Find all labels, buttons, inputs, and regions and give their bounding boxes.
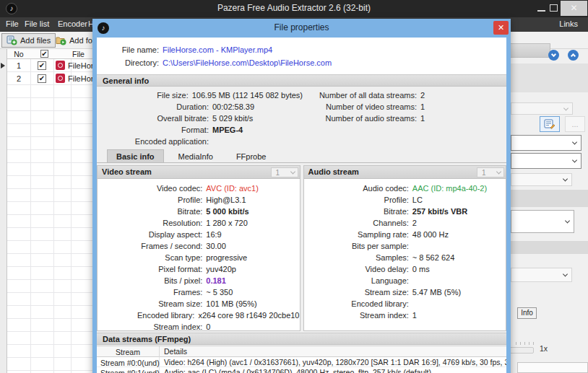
- row-indicator-column: [0, 49, 7, 373]
- section-divider-band: [511, 190, 588, 207]
- channels-combobox[interactable]: [511, 268, 572, 282]
- menu-item-encoder[interactable]: Encoder: [58, 19, 87, 28]
- column-header-no[interactable]: No: [7, 50, 30, 58]
- video-property-row: Frames:~ 5 350: [98, 286, 300, 298]
- option-combobox[interactable]: [511, 173, 572, 186]
- field-value: 1: [412, 311, 417, 320]
- field-label: Stream index:: [98, 322, 202, 331]
- data-stream-row[interactable]: Stream #0:0(und)Video: h264 (High) (avc1…: [97, 357, 506, 367]
- data-streams-header: Data streams (FFmpeg): [97, 333, 506, 345]
- general-info-row: Format:MPEG-4: [97, 124, 303, 136]
- field-value: 101 MB (95%): [206, 299, 256, 308]
- encoder-combobox[interactable]: [511, 135, 581, 151]
- general-info-row: Number of audio streams:1: [303, 113, 506, 124]
- add-folder-icon: [56, 35, 66, 45]
- video-property-row: Encoded library:x264 core 98 r1649 20cbe…: [98, 310, 300, 321]
- chevron-down-icon: [565, 218, 570, 223]
- select-all-checkbox[interactable]: ✔: [40, 50, 48, 58]
- video-property-row: Video codec:AVC (ID: avc1): [98, 183, 300, 194]
- field-value: High@L3.1: [206, 196, 246, 204]
- tab-ffprobe[interactable]: FFprobe: [228, 150, 275, 162]
- maximize-button[interactable]: [550, 4, 558, 12]
- output-format-combobox-disabled[interactable]: [511, 102, 573, 115]
- column-header-file[interactable]: File: [72, 50, 85, 58]
- right-panel-band: [511, 63, 588, 92]
- browse-dots-button[interactable]: ...: [565, 116, 585, 132]
- field-value: yuv420p: [206, 265, 236, 273]
- field-value: AVC (ID: avc1): [206, 184, 259, 193]
- field-value: 16:9: [206, 230, 221, 239]
- menu-item-file-list[interactable]: File list: [25, 19, 49, 28]
- speed-slider[interactable]: [509, 347, 534, 354]
- chevron-down-icon: [572, 139, 577, 144]
- general-info-row: Duration:00:02:58.39: [97, 101, 303, 113]
- field-label: Stream size:: [304, 288, 409, 297]
- file-properties-dialog: ♪ File properties ✕ File name: FileHorse…: [92, 19, 511, 373]
- video-property-row: Bitrate:5 000 kbit/s: [98, 206, 300, 217]
- field-value: 48 000 Hz: [412, 230, 449, 239]
- field-value: ~ 5 350: [206, 288, 233, 297]
- add-files-button[interactable]: Add files: [1, 33, 56, 48]
- field-label: Pixel format:: [98, 265, 202, 273]
- video-stream-panel: Video stream 1 Video codec:AVC (ID: avc1…: [97, 165, 301, 331]
- general-info-row: Number of all data streams:2: [303, 89, 506, 101]
- chevron-down-icon: [290, 169, 295, 174]
- move-up-button[interactable]: [568, 50, 579, 61]
- column-header-details: Details: [160, 347, 187, 356]
- field-label: Frames:: [98, 288, 202, 297]
- audio-stream-header: Audio stream: [304, 166, 506, 179]
- audio-property-row: Audio codec:AAC (ID: mp4a-40-2): [304, 183, 506, 194]
- audio-property-row: Profile:LC: [304, 194, 506, 206]
- move-down-button[interactable]: [548, 50, 559, 61]
- audio-stream-selector[interactable]: 1: [477, 167, 504, 177]
- info-button[interactable]: Info: [517, 307, 537, 319]
- field-value: AAC (ID: mp4a-40-2): [412, 184, 487, 193]
- field-value: LC: [412, 196, 423, 204]
- section-divider-band: [511, 241, 588, 254]
- preset-combobox[interactable]: [511, 153, 581, 169]
- output-field-fragment[interactable]: [517, 362, 588, 373]
- field-label: Number of audio streams:: [303, 114, 417, 123]
- field-label: Format:: [97, 126, 209, 134]
- video-property-row: Profile:High@L3.1: [98, 194, 300, 206]
- field-label: Language:: [304, 276, 409, 285]
- dialog-titlebar: ♪ File properties ✕: [92, 19, 511, 38]
- tab-mediainfo[interactable]: MediaInfo: [170, 150, 222, 162]
- file-name-value: FileHorse.com - KMPlayer.mp4: [163, 45, 272, 54]
- video-stream-header: Video stream: [98, 166, 300, 179]
- field-value: 0.181: [206, 276, 226, 285]
- field-label: Bitrate:: [98, 207, 202, 216]
- menu-links[interactable]: Links: [559, 19, 578, 28]
- video-stream-selector[interactable]: 1: [271, 167, 298, 177]
- field-value: 0 ms: [412, 265, 430, 273]
- dialog-title: File properties: [92, 22, 511, 32]
- minimize-button[interactable]: [537, 10, 545, 12]
- field-label: Stream index:: [304, 311, 409, 320]
- directory-value: C:\Users\FileHorse.com\Desktop\FileHorse…: [163, 58, 332, 67]
- field-value: x264 core 98 r1649 20cbe10: [198, 311, 299, 320]
- general-info-header: General info: [97, 74, 506, 87]
- stream-panels: Video stream 1 Video codec:AVC (ID: avc1…: [97, 165, 506, 331]
- close-window-button[interactable]: ✕: [561, 1, 587, 16]
- file-name-label: File name:: [97, 45, 159, 54]
- video-property-row: Pixel format:yuv420p: [98, 263, 300, 275]
- general-info-body: File size:106.95 MB (112 145 082 bytes)D…: [97, 87, 506, 146]
- dialog-close-button[interactable]: ✕: [493, 21, 509, 35]
- field-label: Sampling rate:: [304, 230, 409, 239]
- field-label: Number of all data streams:: [303, 91, 417, 100]
- edit-settings-button[interactable]: [540, 116, 560, 132]
- field-label: Overall bitrate:: [97, 114, 209, 123]
- tab-basic-info[interactable]: Basic info: [107, 149, 164, 162]
- data-streams-table: Stream Details Stream #0:0(und)Video: h2…: [97, 346, 506, 373]
- row-number: 1: [7, 61, 30, 70]
- row-number: 2: [7, 74, 30, 83]
- audio-property-row: Stream size:5.47 MB (5%): [304, 286, 506, 298]
- row-checkbox[interactable]: ✔: [38, 74, 46, 83]
- bitrate-combobox[interactable]: [511, 210, 574, 233]
- data-stream-row[interactable]: Stream #0:1(und)Audio: aac (LC) (mp4a / …: [97, 367, 506, 373]
- field-value: MPEG-4: [212, 126, 243, 134]
- field-value: 30.00: [206, 242, 226, 250]
- row-checkbox[interactable]: ✔: [38, 61, 46, 70]
- menu-item-file[interactable]: File: [6, 19, 19, 28]
- video-property-row: Resolution:1 280 x 720: [98, 217, 300, 229]
